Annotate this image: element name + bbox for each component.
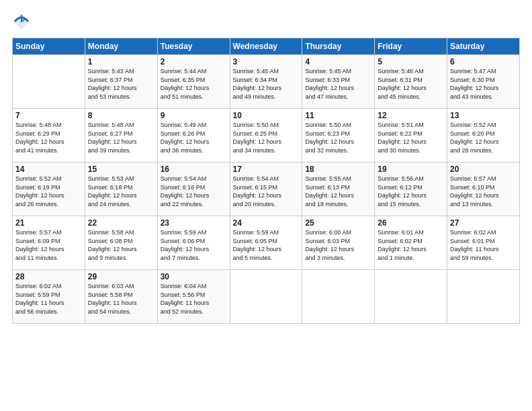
day-info: Sunrise: 5:58 AM Sunset: 6:08 PM Dayligh… [88, 228, 154, 262]
logo [12, 12, 34, 31]
day-info: Sunrise: 5:59 AM Sunset: 6:05 PM Dayligh… [233, 228, 300, 262]
day-number: 8 [88, 111, 154, 120]
day-number: 30 [161, 272, 227, 281]
day-info: Sunrise: 5:55 AM Sunset: 6:13 PM Dayligh… [305, 175, 371, 208]
week-row: 7Sunrise: 5:48 AM Sunset: 6:29 PM Daylig… [13, 109, 520, 163]
day-cell: 1Sunrise: 5:43 AM Sunset: 6:37 PM Daylig… [85, 55, 157, 109]
logo-icon [12, 12, 31, 31]
day-cell: 24Sunrise: 5:59 AM Sunset: 6:05 PM Dayli… [230, 216, 302, 270]
day-info: Sunrise: 6:00 AM Sunset: 6:03 PM Dayligh… [305, 228, 371, 262]
day-info: Sunrise: 5:47 AM Sunset: 6:30 PM Dayligh… [450, 67, 517, 101]
day-info: Sunrise: 5:49 AM Sunset: 6:26 PM Dayligh… [161, 121, 227, 154]
day-cell [302, 270, 375, 324]
day-number: 23 [161, 218, 227, 228]
day-info: Sunrise: 6:03 AM Sunset: 5:58 PM Dayligh… [88, 282, 154, 316]
day-number: 3 [233, 57, 300, 66]
day-number: 14 [15, 165, 82, 174]
day-number: 2 [161, 57, 227, 66]
day-cell: 17Sunrise: 5:54 AM Sunset: 6:15 PM Dayli… [230, 163, 302, 216]
day-number: 12 [378, 111, 444, 120]
day-number: 24 [233, 218, 300, 228]
day-cell: 12Sunrise: 5:51 AM Sunset: 6:22 PM Dayli… [375, 109, 447, 163]
day-info: Sunrise: 5:52 AM Sunset: 6:20 PM Dayligh… [450, 121, 517, 154]
day-cell: 27Sunrise: 6:02 AM Sunset: 6:01 PM Dayli… [447, 216, 520, 270]
day-cell: 14Sunrise: 5:52 AM Sunset: 6:19 PM Dayli… [13, 163, 85, 216]
day-number: 25 [305, 218, 371, 228]
header-cell: Friday [375, 38, 447, 55]
day-cell: 10Sunrise: 5:50 AM Sunset: 6:25 PM Dayli… [230, 109, 302, 163]
day-cell: 3Sunrise: 5:45 AM Sunset: 6:34 PM Daylig… [230, 55, 302, 109]
day-cell: 16Sunrise: 5:54 AM Sunset: 6:16 PM Dayli… [157, 163, 230, 216]
day-info: Sunrise: 5:53 AM Sunset: 6:18 PM Dayligh… [88, 175, 154, 208]
day-info: Sunrise: 5:57 AM Sunset: 6:10 PM Dayligh… [450, 175, 517, 208]
header-cell: Wednesday [230, 38, 302, 55]
header-cell: Saturday [447, 38, 520, 55]
day-number: 1 [88, 57, 154, 66]
day-info: Sunrise: 5:45 AM Sunset: 6:33 PM Dayligh… [305, 67, 371, 101]
header-cell: Tuesday [157, 38, 230, 55]
day-number: 29 [88, 272, 154, 281]
day-number: 4 [305, 57, 371, 66]
day-cell: 4Sunrise: 5:45 AM Sunset: 6:33 PM Daylig… [302, 55, 375, 109]
day-info: Sunrise: 5:56 AM Sunset: 6:12 PM Dayligh… [378, 175, 444, 208]
header-cell: Thursday [302, 38, 375, 55]
day-number: 26 [378, 218, 444, 228]
week-row: 1Sunrise: 5:43 AM Sunset: 6:37 PM Daylig… [13, 55, 520, 109]
day-cell: 11Sunrise: 5:50 AM Sunset: 6:23 PM Dayli… [302, 109, 375, 163]
day-cell: 6Sunrise: 5:47 AM Sunset: 6:30 PM Daylig… [447, 55, 520, 109]
day-cell [13, 55, 85, 109]
day-number: 13 [450, 111, 517, 120]
calendar-table: SundayMondayTuesdayWednesdayThursdayFrid… [12, 38, 520, 324]
day-info: Sunrise: 5:54 AM Sunset: 6:16 PM Dayligh… [161, 175, 227, 208]
day-info: Sunrise: 5:50 AM Sunset: 6:25 PM Dayligh… [233, 121, 300, 154]
day-cell: 23Sunrise: 5:59 AM Sunset: 6:06 PM Dayli… [157, 216, 230, 270]
day-number: 17 [233, 165, 300, 174]
day-number: 16 [161, 165, 227, 174]
day-info: Sunrise: 5:45 AM Sunset: 6:34 PM Dayligh… [233, 67, 300, 101]
day-cell: 29Sunrise: 6:03 AM Sunset: 5:58 PM Dayli… [85, 270, 157, 324]
day-info: Sunrise: 5:48 AM Sunset: 6:29 PM Dayligh… [15, 121, 82, 154]
day-cell: 8Sunrise: 5:48 AM Sunset: 6:27 PM Daylig… [85, 109, 157, 163]
day-info: Sunrise: 5:57 AM Sunset: 6:09 PM Dayligh… [15, 228, 82, 262]
day-cell: 18Sunrise: 5:55 AM Sunset: 6:13 PM Dayli… [302, 163, 375, 216]
day-info: Sunrise: 6:04 AM Sunset: 5:56 PM Dayligh… [161, 282, 227, 316]
day-cell: 5Sunrise: 5:46 AM Sunset: 6:31 PM Daylig… [375, 55, 447, 109]
header-cell: Monday [85, 38, 157, 55]
day-info: Sunrise: 5:46 AM Sunset: 6:31 PM Dayligh… [378, 67, 444, 101]
day-cell: 20Sunrise: 5:57 AM Sunset: 6:10 PM Dayli… [447, 163, 520, 216]
day-info: Sunrise: 5:44 AM Sunset: 6:35 PM Dayligh… [161, 67, 227, 101]
day-number: 15 [88, 165, 154, 174]
week-row: 28Sunrise: 6:02 AM Sunset: 5:59 PM Dayli… [13, 270, 520, 324]
day-info: Sunrise: 5:59 AM Sunset: 6:06 PM Dayligh… [161, 228, 227, 262]
day-number: 21 [15, 218, 82, 228]
day-number: 22 [88, 218, 154, 228]
day-cell: 26Sunrise: 6:01 AM Sunset: 6:02 PM Dayli… [375, 216, 447, 270]
day-number: 28 [15, 272, 82, 281]
day-cell [230, 270, 302, 324]
header [12, 12, 520, 31]
day-info: Sunrise: 5:50 AM Sunset: 6:23 PM Dayligh… [305, 121, 371, 154]
day-number: 5 [378, 57, 444, 66]
day-cell [447, 270, 520, 324]
day-cell: 21Sunrise: 5:57 AM Sunset: 6:09 PM Dayli… [13, 216, 85, 270]
day-cell: 15Sunrise: 5:53 AM Sunset: 6:18 PM Dayli… [85, 163, 157, 216]
day-number: 9 [161, 111, 227, 120]
day-info: Sunrise: 6:02 AM Sunset: 5:59 PM Dayligh… [15, 282, 82, 316]
day-info: Sunrise: 5:48 AM Sunset: 6:27 PM Dayligh… [88, 121, 154, 154]
day-info: Sunrise: 5:54 AM Sunset: 6:15 PM Dayligh… [233, 175, 300, 208]
day-info: Sunrise: 6:02 AM Sunset: 6:01 PM Dayligh… [450, 228, 517, 262]
day-cell [375, 270, 447, 324]
day-cell: 9Sunrise: 5:49 AM Sunset: 6:26 PM Daylig… [157, 109, 230, 163]
day-info: Sunrise: 6:01 AM Sunset: 6:02 PM Dayligh… [378, 228, 444, 262]
week-row: 21Sunrise: 5:57 AM Sunset: 6:09 PM Dayli… [13, 216, 520, 270]
header-row: SundayMondayTuesdayWednesdayThursdayFrid… [13, 38, 520, 55]
day-number: 6 [450, 57, 517, 66]
day-cell: 25Sunrise: 6:00 AM Sunset: 6:03 PM Dayli… [302, 216, 375, 270]
day-cell: 13Sunrise: 5:52 AM Sunset: 6:20 PM Dayli… [447, 109, 520, 163]
day-number: 10 [233, 111, 300, 120]
page: SundayMondayTuesdayWednesdayThursdayFrid… [0, 0, 532, 411]
day-cell: 22Sunrise: 5:58 AM Sunset: 6:08 PM Dayli… [85, 216, 157, 270]
header-cell: Sunday [13, 38, 85, 55]
day-info: Sunrise: 5:52 AM Sunset: 6:19 PM Dayligh… [15, 175, 82, 208]
day-number: 19 [378, 165, 444, 174]
